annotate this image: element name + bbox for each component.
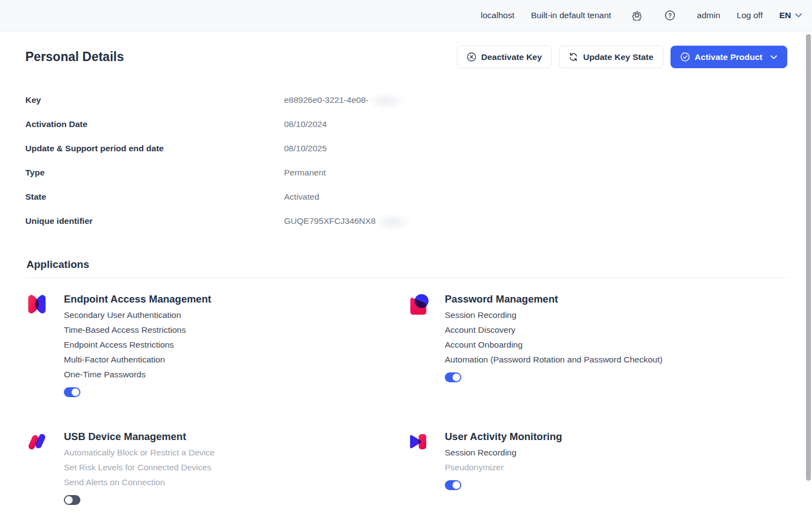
vertical-scrollbar[interactable] — [806, 34, 811, 481]
detail-row-activation-date: Activation Date 08/10/2024 — [25, 112, 787, 136]
detail-row-unique-identifier: Unique identifier GUQE795XFCJ346NX8 — [25, 209, 787, 233]
feature-item: Account Onboarding — [445, 337, 662, 352]
language-selector[interactable]: EN — [779, 10, 802, 20]
applications-grid: Endpoint Access Management Secondary Use… — [25, 291, 787, 505]
feature-item: Send Alerts on Connection — [64, 475, 215, 490]
svg-text:?: ? — [668, 12, 672, 19]
deactivate-key-button[interactable]: Deactivate Key — [457, 46, 552, 68]
app-name: Endpoint Access Management — [64, 291, 211, 307]
activate-product-button[interactable]: Activate Product — [671, 46, 787, 68]
detail-label: Unique identifier — [25, 216, 284, 226]
feature-list: Secondary User AuthenticationTime-Based … — [64, 307, 211, 382]
user-activity-monitoring-logo-icon — [406, 430, 429, 453]
page-title: Personal Details — [25, 50, 124, 64]
feature-item: Set Risk Levels for Connected Devices — [64, 460, 215, 475]
activate-product-label: Activate Product — [695, 52, 762, 62]
detail-value: 08/10/2024 — [284, 119, 787, 129]
detail-row-key: Key e88926e0-3221-4e08- — [25, 88, 787, 112]
detail-value: e88926e0-3221-4e08- — [284, 95, 368, 105]
feature-list: Session RecordingAccount DiscoveryAccoun… — [445, 307, 662, 367]
detail-row-type: Type Permanent — [25, 161, 787, 185]
detail-label: Type — [25, 168, 284, 178]
app-toggle[interactable] — [445, 372, 461, 382]
feature-item: Automation (Password Rotation and Passwo… — [445, 352, 662, 367]
endpoint-access-management-logo-icon — [25, 293, 48, 316]
app-toggle[interactable] — [64, 387, 80, 397]
redacted-blur — [369, 92, 406, 108]
app-name: USB Device Management — [64, 428, 215, 445]
usb-device-management-logo-icon — [25, 430, 48, 453]
feature-item: Pseudonymizer — [445, 460, 562, 475]
language-code: EN — [779, 10, 791, 20]
update-key-state-label: Update Key State — [583, 52, 653, 62]
detail-value: Activated — [284, 192, 787, 202]
feature-item: Multi-Factor Authentication — [64, 352, 211, 367]
feature-item: Endpoint Access Restrictions — [64, 337, 211, 352]
toggle-knob — [72, 388, 79, 396]
app-card-password-management: Password Management Session RecordingAcc… — [406, 291, 787, 397]
detail-value: 08/10/2025 — [284, 144, 787, 153]
applications-heading: Applications — [25, 259, 787, 271]
app-card-endpoint-access-management: Endpoint Access Management Secondary Use… — [25, 291, 406, 397]
app-card-user-activity-monitoring: User Activity Monitoring Session Recordi… — [406, 428, 787, 505]
license-details: Key e88926e0-3221-4e08- Activation Date … — [25, 88, 787, 233]
header-actions: Deactivate Key Update Key State — [457, 46, 787, 68]
chevron-down-icon — [770, 55, 777, 59]
circle-x-icon — [467, 52, 476, 62]
detail-row-support-end-date: Update & Support period end date 08/10/2… — [25, 136, 787, 161]
feature-item: Session Recording — [445, 445, 562, 460]
feature-list: Automatically Block or Restrict a Device… — [64, 445, 215, 490]
redacted-blur — [377, 213, 413, 229]
question-circle-icon[interactable]: ? — [664, 9, 676, 21]
feature-item: Account Discovery — [445, 322, 662, 337]
detail-label: State — [25, 192, 284, 202]
detail-label: Activation Date — [25, 119, 284, 129]
host-label: localhost — [481, 10, 514, 20]
app-name: User Activity Monitoring — [445, 428, 562, 445]
toggle-knob — [65, 496, 73, 504]
app-toggle[interactable] — [445, 480, 461, 490]
tenant-label: Built-in default tenant — [531, 10, 611, 20]
feature-list: Session RecordingPseudonymizer — [445, 445, 562, 475]
deactivate-key-label: Deactivate Key — [481, 52, 542, 62]
toggle-knob — [453, 481, 460, 489]
circle-check-icon — [680, 52, 690, 62]
detail-value: GUQE795XFCJ346NX8 — [284, 216, 375, 226]
app-name: Password Management — [445, 291, 662, 307]
page-header: Personal Details Deactivate Key — [25, 46, 787, 68]
applications-divider — [25, 277, 787, 278]
detail-row-state: State Activated — [25, 185, 787, 209]
toggle-knob — [453, 373, 460, 381]
detail-label: Update & Support period end date — [25, 144, 284, 153]
sync-icon — [569, 52, 578, 62]
app-card-usb-device-management: USB Device Management Automatically Bloc… — [25, 428, 406, 505]
chevron-down-icon — [795, 13, 802, 18]
feature-item: Time-Based Access Restrictions — [64, 322, 211, 337]
update-key-state-button[interactable]: Update Key State — [559, 46, 663, 68]
app-toggle[interactable] — [64, 495, 80, 505]
detail-label: Key — [25, 95, 284, 105]
feature-item: Session Recording — [445, 307, 662, 322]
gear-icon[interactable] — [631, 9, 643, 21]
detail-value: Permanent — [284, 168, 787, 178]
topbar: localhost Built-in default tenant ? admi… — [0, 0, 812, 31]
feature-item: One-Time Passwords — [64, 367, 211, 382]
password-management-logo-icon — [406, 293, 429, 316]
user-label: admin — [697, 10, 720, 20]
main-content: Personal Details Deactivate Key — [0, 46, 812, 505]
feature-item: Secondary User Authentication — [64, 307, 211, 322]
feature-item: Automatically Block or Restrict a Device — [64, 445, 215, 460]
logoff-link[interactable]: Log off — [737, 10, 762, 20]
